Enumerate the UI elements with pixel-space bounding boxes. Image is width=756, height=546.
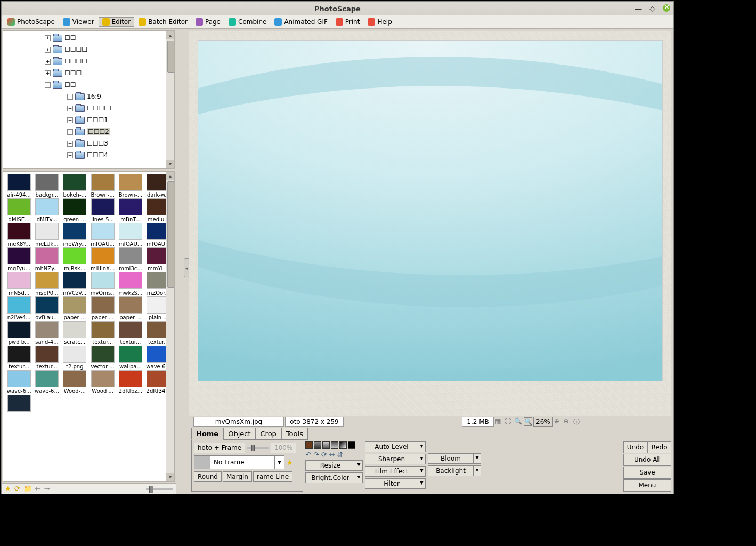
tab-home[interactable]: Home xyxy=(191,428,223,440)
margin-button[interactable]: Margin xyxy=(223,471,252,482)
toolbar-viewer[interactable]: Viewer xyxy=(59,17,98,27)
thumbnail-item[interactable]: 2dRfbz... xyxy=(117,370,144,394)
thumbnail-item[interactable]: dMISE... xyxy=(5,198,32,222)
thumbnail-item[interactable]: wallpa... xyxy=(117,346,144,370)
thumbnail-item[interactable]: meK8Y... xyxy=(5,223,32,247)
info-icon[interactable]: ⓘ xyxy=(573,417,582,426)
toolbar-help[interactable]: Help xyxy=(364,17,395,27)
thumbnail-item[interactable]: mmi3c... xyxy=(117,247,144,271)
sharpen-button[interactable]: Sharpen▾ xyxy=(365,454,426,464)
thumbnail-item[interactable]: lines-5... xyxy=(89,198,116,222)
tree-item[interactable]: −☐☐ xyxy=(13,79,174,91)
expander-icon[interactable]: + xyxy=(67,94,73,100)
thumbnail-item[interactable]: textur... xyxy=(117,321,144,345)
scroll-down-icon[interactable]: ▾ xyxy=(166,473,174,481)
zoom-actual-icon[interactable]: 🔍 xyxy=(514,417,523,426)
scroll-up-icon[interactable]: ▴ xyxy=(166,172,174,180)
zoom-in-icon[interactable]: ⊕ xyxy=(554,417,563,426)
expander-icon[interactable]: + xyxy=(67,152,73,158)
toolbar-editor[interactable]: Editor xyxy=(99,17,135,27)
chevron-down-icon[interactable]: ▾ xyxy=(274,456,284,469)
expander-icon[interactable]: + xyxy=(67,117,73,123)
maximize-button[interactable]: ◇ xyxy=(649,4,655,13)
rotate-left-icon[interactable]: ↶ xyxy=(305,451,311,459)
tree-item[interactable]: +☐☐☐☐☐ xyxy=(13,102,174,114)
thumbnail-item[interactable]: scratc... xyxy=(61,321,88,345)
flip-h-icon[interactable]: ⇿ xyxy=(329,451,335,459)
thumbnail-item[interactable]: mgFyu... xyxy=(5,247,32,271)
thumbnail-item[interactable]: Brown-... xyxy=(117,174,144,198)
thumbnail-item[interactable]: n2IVe4... xyxy=(5,296,32,320)
expander-icon[interactable]: + xyxy=(45,35,51,41)
photo-frame-button[interactable]: hoto + Frame xyxy=(194,443,245,453)
refresh-icon[interactable]: ⟳ xyxy=(14,485,20,493)
bloom-button[interactable]: Bloom▾ xyxy=(428,453,481,464)
filter-button[interactable]: Filter▾ xyxy=(365,478,426,489)
undo-all-button[interactable]: Undo All xyxy=(623,454,671,466)
thumbnail-item[interactable]: air-494... xyxy=(5,174,32,198)
expander-icon[interactable]: + xyxy=(45,70,51,76)
menu-button[interactable]: Menu xyxy=(623,479,671,492)
expander-icon[interactable]: − xyxy=(45,82,51,88)
scroll-thumb[interactable] xyxy=(167,41,175,73)
thumbnail-item[interactable]: mlHinX... xyxy=(89,247,116,271)
bright-color-button[interactable]: Bright,Color▾ xyxy=(305,472,363,483)
undo-button[interactable]: Undo xyxy=(623,441,647,453)
expander-icon[interactable]: + xyxy=(67,129,73,135)
thumbnail-size-slider[interactable] xyxy=(146,488,173,490)
thumbnail-item[interactable]: mjRsk... xyxy=(61,247,88,271)
thumbnail-item[interactable]: mhNZy... xyxy=(33,247,60,271)
thumbnail-item[interactable]: mvQms... xyxy=(89,272,116,296)
scroll-down-icon[interactable]: ▾ xyxy=(166,160,174,168)
thumbnail-item[interactable]: paper-... xyxy=(61,296,88,320)
tree-item[interactable]: +☐☐☐3 xyxy=(13,138,174,149)
thumbnail-item[interactable]: mBnT... xyxy=(117,198,144,222)
toolbar-batch-editor[interactable]: Batch Editor xyxy=(135,17,191,27)
thumbnail-item[interactable]: wave-6... xyxy=(33,370,60,394)
toolbar-print[interactable]: Print xyxy=(332,17,364,27)
tab-crop[interactable]: Crop xyxy=(256,428,281,440)
thumbnail-item[interactable]: Wood-... xyxy=(61,370,88,394)
rotate-right-icon[interactable]: ↷ xyxy=(313,451,319,459)
resize-button[interactable]: Resize▾ xyxy=(305,460,363,471)
toolbar-combine[interactable]: Combine xyxy=(225,17,270,27)
thumbnail-item[interactable]: textur... xyxy=(89,321,116,345)
thumbnail-item[interactable]: dMITv... xyxy=(33,198,60,222)
tab-object[interactable]: Object xyxy=(223,428,255,440)
toolbar-photoscape[interactable]: PhotoScape xyxy=(4,17,59,27)
thumbnail-item[interactable]: mfOAU... xyxy=(117,223,144,247)
thumbnail-item[interactable]: sand-4... xyxy=(33,321,60,345)
thumbnail-item[interactable]: mwkzS... xyxy=(117,272,144,296)
thumbnail-item[interactable]: meLUk... xyxy=(33,223,60,247)
scroll-up-icon[interactable]: ▴ xyxy=(166,31,174,39)
star-icon[interactable]: ★ xyxy=(287,459,293,467)
checker-icon[interactable]: ▦ xyxy=(495,417,503,426)
forward-icon[interactable]: → xyxy=(44,485,50,493)
gradient-swatches[interactable] xyxy=(305,441,363,449)
thumbnail-item[interactable]: textur... xyxy=(5,346,32,370)
thumbnail-item[interactable]: green-... xyxy=(61,198,88,222)
thumbnail-item[interactable]: mN5d... xyxy=(5,272,32,296)
zoom-fit-icon[interactable]: 🔍 xyxy=(524,417,532,426)
scroll-thumb[interactable] xyxy=(167,181,175,288)
expander-icon[interactable]: + xyxy=(45,59,51,65)
tree-item[interactable]: +☐☐☐2 xyxy=(13,126,174,138)
thumbnail-item[interactable]: textur... xyxy=(33,346,60,370)
tree-item[interactable]: +☐☐☐4 xyxy=(13,149,174,161)
thumbnail-item[interactable]: Wood ... xyxy=(89,370,116,394)
canvas[interactable] xyxy=(189,31,671,416)
star-icon[interactable]: ★ xyxy=(5,485,11,493)
toolbar-page[interactable]: Page xyxy=(192,17,224,27)
round-button[interactable]: Round xyxy=(194,471,222,482)
folder-tree[interactable]: +☐☐+☐☐☐☐+☐☐☐☐+☐☐☐−☐☐+16:9+☐☐☐☐☐+☐☐☐1+☐☐☐… xyxy=(3,30,175,169)
rotate-icon[interactable]: ⟳ xyxy=(321,451,327,459)
thumbnail-item[interactable] xyxy=(5,395,32,413)
toolbar-animated-gif[interactable]: Animated GIF xyxy=(271,17,331,27)
thumbnail-item[interactable]: mfOAU... xyxy=(89,223,116,247)
back-icon[interactable]: ← xyxy=(35,485,41,493)
save-button[interactable]: Save xyxy=(623,467,671,479)
tab-tools[interactable]: Tools xyxy=(281,428,308,440)
thumbnail-item[interactable]: wave-6... xyxy=(5,370,32,394)
expander-icon[interactable]: + xyxy=(67,106,73,111)
expander-icon[interactable]: + xyxy=(45,47,51,53)
